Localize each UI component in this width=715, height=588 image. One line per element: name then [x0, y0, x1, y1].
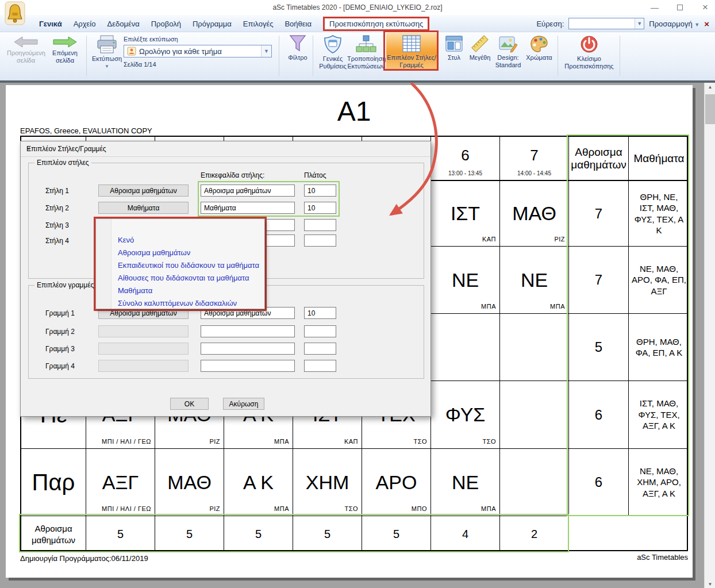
day-label: Παρ [21, 449, 86, 516]
extra-columns-rows-button[interactable]: Επιπλέον Στήλες/Γραμμές [386, 33, 437, 71]
menu-item-7[interactable]: Προεπισκόπηση εκτύπωσης [323, 17, 429, 31]
subjects-column-title: Μαθήματα [629, 137, 689, 180]
column-row-type-button-0[interactable]: Αθροισμα μαθημάτων [98, 185, 189, 197]
cancel-button[interactable]: Ακύρωση [223, 398, 264, 410]
column-row-width-input-3[interactable] [304, 235, 336, 247]
grid-row-header-input-3[interactable] [201, 360, 295, 372]
sum-row-value: 5 [293, 516, 362, 552]
grid-row-width-input-2[interactable] [304, 343, 336, 355]
colors-button[interactable]: Χρώματα [524, 34, 554, 62]
print-button[interactable]: Εκτύπωση ▼ [91, 34, 123, 70]
column-row-header-input-0[interactable]: Αθροισμα μαθημάτων [201, 185, 295, 197]
menu-item-5[interactable]: Επιλογές [237, 17, 279, 30]
asc-footer: aSc Timetables [20, 553, 688, 562]
menu-item-0[interactable]: Γενικά [33, 17, 68, 30]
print-selection-combo[interactable]: Ωρολόγιο για κάθε τμήμα ▼ [124, 45, 272, 57]
sum-row-value-cell: 4 [431, 516, 500, 552]
palette-icon [529, 34, 549, 53]
minimize-button[interactable]: — [649, 3, 660, 12]
sum-row-value-cell: 5 [224, 516, 293, 552]
window-title: aSc Timetables 2020 - [DEMO_ENIAIO_LYKEI… [0, 3, 715, 11]
next-page-label: Επόμενη σελίδα [52, 49, 78, 64]
title-bar: aSc Timetables 2020 - [DEMO_ENIAIO_LYKEI… [0, 0, 715, 15]
chevron-down-icon[interactable]: ▼ [261, 45, 271, 57]
lesson-cell: Α ΚΜΠΑ [224, 449, 293, 516]
row-subjects-list: ΘΡΗ, ΝΕ, ΙΣΤ, ΜΑΘ, ΦΥΣ, ΤΕΧ, Α Κ [629, 181, 689, 246]
header-subjects-column: Μαθήματα [629, 137, 689, 181]
sizes-button[interactable]: Μεγέθη [467, 34, 493, 62]
grid-row-width-input-3[interactable] [304, 360, 336, 372]
row-subjects-list: ΙΣΤ, ΜΑΘ, ΦΥΣ, ΤΕΧ, ΑΞΓ, Α Κ [629, 381, 689, 448]
column-type-menu: ΚενόΑθροισμα μαθημάτωνΕκπαιδευτικοί που … [95, 218, 265, 309]
ok-button[interactable]: OK [170, 398, 209, 410]
column-row-width-input-0[interactable]: 10 [304, 185, 336, 197]
lesson-teacher: ΚΑΠ [482, 236, 496, 243]
context-menu-item-2[interactable]: Εκπαιδευτικοί που διδάσκουν τα μαθήματα [96, 259, 264, 272]
header-sum-column: Αθροισμα μαθημάτων [569, 137, 629, 181]
period-number: 7 [500, 137, 568, 170]
sum-row-value: 5 [86, 516, 155, 552]
maximize-button[interactable] [675, 3, 685, 12]
grid-row-label-3: Γραμμή 4 [45, 362, 75, 370]
next-page-button[interactable]: Επόμενη σελίδα [47, 36, 83, 64]
context-menu-item-3[interactable]: Αίθουσες που διδάσκονται τα μαθήματα [96, 272, 264, 285]
column-row-header-input-1[interactable]: Μαθήματα [201, 202, 295, 214]
scroll-down-icon[interactable]: ▼ [705, 580, 715, 588]
modify-printouts-button[interactable]: Τροποποίηση Εκτυπώσεων [347, 34, 385, 70]
menu-item-6[interactable]: Βοήθεια [279, 17, 317, 30]
rows-group-label: Επιπλέον γραμμές [34, 281, 96, 289]
row-sum-cell: 7 [569, 247, 629, 314]
search-label: Εύρεση: [536, 20, 564, 28]
customize-button[interactable]: Προσαρμογή ▼ [649, 20, 699, 28]
column-row-label-2: Στήλη 3 [45, 221, 69, 229]
grid-row-width-input-0[interactable]: 10 [304, 307, 336, 319]
grid-row-header-input-1[interactable] [201, 325, 295, 337]
row-subjects-cell: ΘΡΗ, ΜΑΘ, ΦΑ, ΕΠ, Α Κ [629, 314, 689, 381]
context-menu-item-4[interactable]: Μαθήματα [96, 285, 264, 297]
column-row-type-button-1[interactable]: Μαθήματα [98, 202, 189, 214]
style-window-icon [445, 34, 463, 53]
lesson-cell: ΝΕΜΠΑ [431, 247, 500, 314]
row-sum-cell: 6 [569, 449, 629, 516]
design-button[interactable]: Design: Standard [493, 34, 523, 69]
row-sum-value: 7 [569, 181, 628, 246]
filter-button[interactable]: Φίλτρο [283, 34, 313, 62]
close-search-icon[interactable]: × [704, 19, 709, 29]
close-preview-button[interactable]: Κλείσιμο Προεπισκόπησης [562, 34, 616, 70]
vertical-scrollbar[interactable]: ▲ ▼ [704, 83, 715, 588]
search-input[interactable]: ▼ [568, 18, 644, 29]
dialog-close-icon[interactable]: × [26, 145, 425, 153]
sizes-label: Μεγέθη [470, 54, 491, 61]
context-menu-item-1[interactable]: Αθροισμα μαθημάτων [96, 247, 264, 259]
sum-row-value-cell: 5 [155, 516, 224, 552]
sum-row-label-cell: Αθροισμα μαθημάτων [21, 516, 86, 552]
menu-item-3[interactable]: Προβολή [145, 17, 187, 30]
style-button[interactable]: Στυλ [443, 34, 466, 62]
menu-item-2[interactable]: Δεδομένα [101, 17, 145, 30]
funnel-icon [289, 34, 306, 53]
arrow-right-icon [52, 36, 78, 48]
lesson-teacher: ΤΣΟ [413, 438, 427, 445]
menu-item-4[interactable]: Πρόγραμμα [187, 17, 237, 30]
lesson-teacher: ΤΣΟ [482, 438, 496, 445]
chevron-down-icon[interactable]: ▼ [635, 18, 644, 29]
colors-label: Χρώματα [526, 54, 552, 61]
column-row-width-input-1[interactable]: 10 [304, 202, 336, 214]
column-row-label-3: Στήλη 4 [45, 237, 69, 245]
dialog-title-bar[interactable]: Επιπλέον Στήλες/Γραμμές × [21, 141, 430, 157]
context-menu-item-0[interactable]: Κενό [96, 234, 264, 247]
lesson-cell: ΦΥΣΤΣΟ [431, 381, 500, 449]
header-period-6: 613:00 - 13:45 [431, 137, 500, 181]
grid-row-header-input-2[interactable] [201, 343, 295, 355]
scrollbar-thumb[interactable] [705, 94, 715, 124]
arrow-left-icon [13, 36, 39, 48]
column-row-width-input-2[interactable] [304, 219, 336, 231]
context-menu-item-5[interactable]: Σύνολο καλυπτόμενων διδασκαλιών [96, 297, 264, 310]
close-button[interactable]: × [700, 2, 710, 13]
menu-item-1[interactable]: Αρχείο [68, 17, 102, 30]
general-settings-button[interactable]: Γενικές Ρυθμίσεις [316, 34, 349, 70]
prev-page-button[interactable]: Προηγούμενη σελίδα [7, 36, 45, 64]
grid-row-width-input-1[interactable] [304, 325, 336, 337]
row-subjects-cell: ΝΕ, ΜΑΘ, ΧΗΜ, ΑΡΟ, ΑΞΓ, Α Κ [629, 449, 689, 516]
scroll-up-icon[interactable]: ▲ [705, 83, 715, 92]
